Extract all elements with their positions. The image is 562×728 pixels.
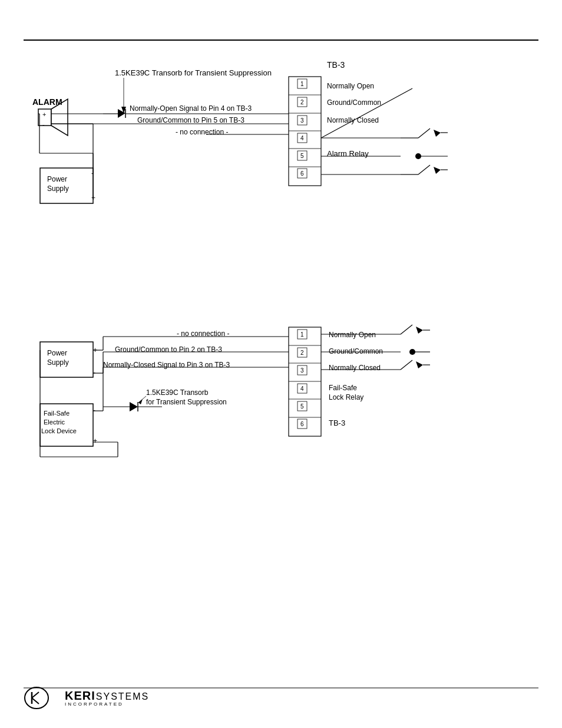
svg-rect-30 (297, 79, 307, 88)
svg-text:6: 6 (300, 421, 304, 427)
svg-text:Ground/Common to Pin 2 on TB-3: Ground/Common to Pin 2 on TB-3 (115, 345, 222, 354)
logo-brand-systems: SYSTEMS (96, 691, 149, 702)
svg-marker-7 (118, 109, 125, 118)
svg-text:Supply: Supply (47, 358, 69, 367)
svg-rect-24 (289, 77, 321, 186)
svg-text:1.5KE39C Transorb: 1.5KE39C Transorb (146, 388, 209, 397)
svg-text:1: 1 (300, 331, 304, 338)
svg-rect-40 (297, 169, 307, 178)
svg-marker-117 (138, 399, 143, 404)
svg-point-136 (409, 349, 415, 355)
svg-marker-67 (121, 107, 126, 113)
svg-text:TB-3: TB-3 (327, 60, 345, 70)
logo: KERI SYSTEMS INCORPORATED (24, 685, 149, 711)
svg-line-144 (32, 692, 39, 698)
svg-line-145 (32, 698, 39, 704)
svg-rect-92 (297, 384, 307, 393)
svg-text:- no connection -: - no connection - (177, 330, 229, 338)
svg-marker-50 (434, 130, 441, 137)
svg-rect-13 (40, 168, 93, 203)
logo-icon (24, 685, 65, 711)
svg-text:Supply: Supply (47, 185, 69, 193)
svg-text:Lock Device: Lock Device (41, 427, 77, 434)
svg-text:Normally Closed: Normally Closed (327, 116, 379, 124)
svg-text:Normally Closed: Normally Closed (329, 364, 381, 372)
svg-line-49 (418, 129, 430, 138)
svg-text:for Transient Suppression: for Transient Suppression (146, 398, 227, 406)
svg-text:3: 3 (300, 367, 304, 374)
svg-rect-80 (289, 327, 321, 436)
svg-text:-: - (42, 121, 45, 128)
svg-text:-: - (91, 169, 94, 177)
svg-text:Normally-Open Signal to Pin 4 : Normally-Open Signal to Pin 4 on TB-3 (130, 104, 252, 113)
logo-tagline: INCORPORATED (65, 702, 149, 707)
svg-rect-36 (297, 133, 307, 143)
svg-text:-: - (93, 406, 95, 414)
svg-rect-88 (297, 348, 307, 357)
svg-text:Normally Open: Normally Open (329, 331, 376, 339)
svg-text:5: 5 (300, 403, 304, 410)
svg-text:4: 4 (300, 135, 304, 141)
svg-marker-133 (416, 327, 423, 334)
svg-text:1: 1 (300, 81, 304, 87)
svg-rect-2 (38, 109, 51, 126)
svg-line-55 (418, 165, 430, 174)
svg-marker-56 (434, 167, 441, 174)
svg-text:2: 2 (300, 99, 304, 106)
svg-text:Normally-Closed Signal to Pin : Normally-Closed Signal to Pin 3 on TB-3 (103, 361, 230, 369)
svg-text:Ground/Common to Pin 5 on TB-3: Ground/Common to Pin 5 on TB-3 (137, 116, 244, 124)
svg-marker-3 (51, 99, 68, 136)
svg-text:+: + (91, 194, 95, 202)
svg-text:Electric: Electric (44, 419, 65, 426)
svg-text:3: 3 (300, 117, 304, 124)
svg-line-132 (401, 325, 412, 334)
svg-line-139 (401, 360, 412, 370)
svg-rect-96 (297, 419, 307, 429)
svg-text:+: + (42, 111, 46, 118)
svg-text:-: - (93, 368, 95, 377)
svg-text:Fail-Safe: Fail-Safe (44, 410, 70, 417)
svg-text:5: 5 (300, 153, 304, 159)
svg-text:Normally Open: Normally Open (327, 82, 374, 90)
svg-rect-69 (40, 342, 93, 377)
svg-text:+: + (93, 437, 97, 445)
svg-rect-34 (297, 116, 307, 125)
svg-marker-110 (130, 402, 138, 411)
svg-point-142 (25, 687, 48, 709)
svg-rect-86 (297, 330, 307, 339)
svg-text:Ground/Common: Ground/Common (327, 98, 381, 107)
svg-text:Lock Relay: Lock Relay (329, 393, 363, 401)
svg-text:Power: Power (47, 175, 67, 183)
svg-text:Power: Power (47, 349, 67, 357)
svg-rect-90 (297, 365, 307, 375)
svg-text:6: 6 (300, 170, 304, 177)
logo-brand-keri: KERI (65, 689, 95, 702)
svg-line-44 (321, 88, 412, 138)
svg-rect-32 (297, 97, 307, 107)
svg-text:TB-3: TB-3 (329, 419, 345, 427)
svg-text:ALARM: ALARM (32, 97, 62, 107)
svg-text:+: + (93, 346, 97, 354)
svg-text:- no connection -: - no connection - (176, 128, 228, 136)
svg-line-116 (138, 396, 146, 403)
svg-text:1.5KE39C Transorb for Transien: 1.5KE39C Transorb for Transient Suppress… (115, 68, 272, 77)
svg-text:Fail-Safe: Fail-Safe (329, 384, 357, 392)
svg-point-52 (415, 153, 421, 159)
svg-rect-74 (40, 404, 93, 446)
svg-line-43 (321, 88, 412, 138)
svg-rect-94 (297, 401, 307, 411)
svg-text:2: 2 (300, 350, 304, 356)
svg-rect-38 (297, 151, 307, 160)
svg-text:4: 4 (300, 386, 304, 392)
svg-marker-140 (416, 361, 423, 368)
svg-text:Ground/Common: Ground/Common (329, 347, 383, 355)
svg-text:Alarm Relay: Alarm Relay (327, 149, 369, 158)
